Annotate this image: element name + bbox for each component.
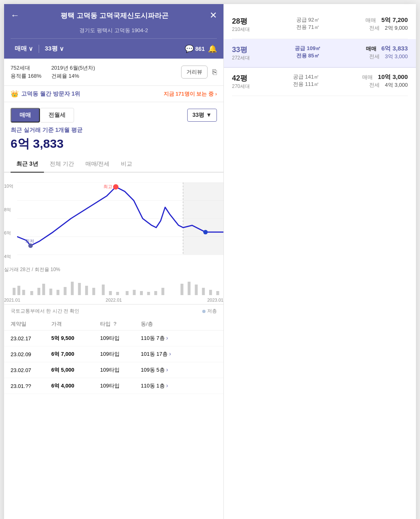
chat-count: 861 bbox=[195, 46, 205, 52]
chat-button[interactable]: 💬 861 bbox=[185, 44, 205, 53]
tab-group: 매매 전월세 bbox=[11, 108, 74, 123]
sale-price-33: 6억 3,833 bbox=[381, 45, 408, 52]
left-panel: ← 평택 고덕동 고덕국제신도시파라곤 ✕ 경기도 평택시 고덕동 1904-2… bbox=[4, 4, 224, 519]
crown-text: 고덕동 월간 방문자 1위 bbox=[21, 90, 80, 98]
area-42: 공급 141㎡ 전용 111㎡ bbox=[293, 73, 319, 88]
row-price-0: 5억 9,500 bbox=[51, 335, 100, 342]
svg-rect-22 bbox=[92, 288, 95, 295]
size-selector-price[interactable]: 33평 ▼ bbox=[187, 109, 217, 122]
rent-price-42: 4억 3,000 bbox=[385, 82, 408, 88]
info-section: 752세대 2019년 6월(5년차) 용적률 168% 건폐율 14% 거리뷰… bbox=[4, 59, 223, 86]
info-actions: 거리뷰 ⎘ bbox=[181, 66, 217, 79]
supply-area-33: 공급 109㎡ bbox=[295, 45, 321, 52]
svg-rect-14 bbox=[37, 288, 40, 295]
rent-price-33: 3억 3,000 bbox=[385, 53, 408, 59]
svg-rect-27 bbox=[133, 290, 136, 295]
households-28: 210세대 bbox=[232, 26, 250, 33]
pyeong-42: 42평 bbox=[232, 73, 250, 83]
row-building-0: 110동 7층 › bbox=[141, 335, 217, 342]
size-selector-header[interactable]: 33평 ∨ bbox=[41, 45, 68, 53]
back-button[interactable]: ← bbox=[11, 10, 20, 21]
table-note-left: 국토교통부에서 한 시간 전 확인 bbox=[11, 308, 79, 315]
svg-rect-19 bbox=[71, 282, 74, 295]
households-42: 270세대 bbox=[232, 83, 250, 90]
header-subtitle: 경기도 평택시 고덕동 1904-2 bbox=[11, 27, 217, 38]
right-panel: 28평 210세대 공급 92㎡ 전용 71㎡ 매매 5억 7,200 전세 2… bbox=[224, 4, 416, 519]
table-section: 국토교통부에서 한 시간 전 확인 저층 계약일 가격 타입 ？ 동/층 23.… bbox=[4, 304, 223, 394]
size-row-33[interactable]: 33평 272세대 공급 109㎡ 전용 85㎡ 매매 6억 3,833 전세 … bbox=[224, 39, 416, 68]
share-button[interactable]: ⎘ bbox=[212, 68, 217, 77]
built-date-label: 2019년 6월(5년차) bbox=[51, 64, 95, 72]
svg-rect-31 bbox=[162, 288, 164, 295]
street-view-button[interactable]: 거리뷰 bbox=[181, 66, 208, 79]
row-date-1: 23.02.09 bbox=[11, 351, 51, 357]
households-label: 752세대 bbox=[11, 64, 42, 72]
floor-indicator: 저층 bbox=[202, 308, 217, 315]
svg-point-8 bbox=[113, 184, 118, 189]
table-header: 계약일 가격 타입 ？ 동/층 bbox=[4, 318, 223, 331]
max-label: 최고 bbox=[103, 184, 112, 189]
price-section: 매매 전월세 33평 ▼ 최근 실거래 기준 1개월 평균 6억 3,833 최… bbox=[4, 102, 223, 178]
row-arrow-1: › bbox=[169, 350, 171, 357]
row-date-2: 23.02.07 bbox=[11, 367, 51, 373]
y-label-6: 6억 bbox=[4, 230, 17, 236]
header-controls: 매매 ∨ 33평 ∨ 💬 861 🔔 bbox=[11, 38, 217, 59]
households-33: 272세대 bbox=[232, 55, 250, 61]
svg-rect-25 bbox=[116, 292, 119, 295]
row-type-1: 109타입 bbox=[100, 350, 141, 358]
price-label: 최근 실거래 기준 1개월 평균 bbox=[11, 127, 217, 134]
tab-jeonse[interactable]: 전월세 bbox=[40, 108, 74, 123]
row-price-1: 6억 7,000 bbox=[51, 350, 100, 358]
chart-tab-all[interactable]: 전체 기간 bbox=[44, 157, 80, 172]
svg-rect-10 bbox=[13, 288, 15, 295]
tab-sale[interactable]: 매매 bbox=[11, 108, 40, 123]
supply-area-28: 공급 92㎡ bbox=[296, 16, 319, 24]
table-row[interactable]: 23.01.?? 6억 4,000 109타입 110동 1층 › bbox=[4, 378, 223, 394]
x-axis-labels: 2021.01 2022.01 2023.01 bbox=[4, 296, 224, 304]
exclusive-area-28: 전용 71㎡ bbox=[296, 24, 319, 31]
table-row[interactable]: 23.02.07 6억 5,000 109타입 109동 5층 › bbox=[4, 362, 223, 378]
floor-label: 저층 bbox=[207, 308, 217, 315]
price-right-42: 매매 10억 3,000 전세 4억 3,000 bbox=[362, 73, 408, 89]
svg-rect-26 bbox=[126, 291, 129, 295]
size-row-42[interactable]: 42평 270세대 공급 141㎡ 전용 111㎡ 매매 10억 3,000 전… bbox=[232, 68, 408, 96]
size-left-42: 42평 270세대 bbox=[232, 73, 250, 90]
size-left-33: 33평 272세대 bbox=[232, 45, 250, 61]
sale-type-selector[interactable]: 매매 ∨ bbox=[11, 45, 37, 53]
svg-rect-13 bbox=[30, 291, 33, 295]
svg-rect-35 bbox=[202, 288, 205, 295]
max-tooltip: 최고 bbox=[103, 182, 112, 190]
row-building-2: 109동 5층 › bbox=[141, 366, 217, 374]
table-row[interactable]: 23.02.17 5억 9,500 109타입 110동 7층 › bbox=[4, 331, 223, 346]
row-arrow-3: › bbox=[166, 382, 168, 389]
row-building-3: 110동 1층 › bbox=[141, 382, 217, 390]
rent-type-33: 전세 bbox=[369, 53, 380, 59]
svg-rect-21 bbox=[85, 286, 88, 295]
exclusive-area-42: 전용 111㎡ bbox=[293, 81, 319, 88]
price-right-28: 매매 5억 7,200 전세 2억 9,000 bbox=[365, 16, 408, 32]
crown-left: 👑 고덕동 월간 방문자 1위 bbox=[11, 90, 80, 98]
row-type-3: 109타입 bbox=[100, 382, 141, 390]
svg-rect-18 bbox=[63, 287, 66, 295]
svg-rect-29 bbox=[147, 292, 150, 295]
svg-point-9 bbox=[203, 230, 208, 234]
svg-rect-33 bbox=[188, 282, 190, 295]
table-row[interactable]: 23.02.09 6억 7,000 109타입 101동 17층 › bbox=[4, 346, 223, 362]
size-left-28: 28평 210세대 bbox=[232, 16, 250, 33]
svg-rect-16 bbox=[49, 289, 52, 295]
chart-tab-compare[interactable]: 비교 bbox=[115, 157, 138, 172]
chart-info: 실거래 28건 / 회전율 10% bbox=[4, 264, 224, 276]
svg-rect-34 bbox=[195, 285, 198, 295]
size-row-28[interactable]: 28평 210세대 공급 92㎡ 전용 71㎡ 매매 5억 7,200 전세 2… bbox=[232, 11, 408, 39]
x-label-2023: 2023.01 bbox=[207, 298, 223, 302]
col-type: 타입 ？ bbox=[100, 320, 141, 328]
svg-rect-12 bbox=[22, 290, 25, 295]
chart-tab-salejeonse[interactable]: 매매/전세 bbox=[80, 157, 116, 172]
chart-tab-recent3[interactable]: 최근 3년 bbox=[11, 157, 44, 172]
live-viewers[interactable]: 지금 171명이 보는 중 › bbox=[164, 90, 217, 98]
row-type-0: 109타입 bbox=[100, 335, 141, 342]
y-label-8: 8억 bbox=[4, 207, 17, 213]
bell-button[interactable]: 🔔 bbox=[208, 44, 217, 53]
close-button[interactable]: ✕ bbox=[210, 10, 217, 21]
svg-rect-24 bbox=[109, 291, 112, 295]
